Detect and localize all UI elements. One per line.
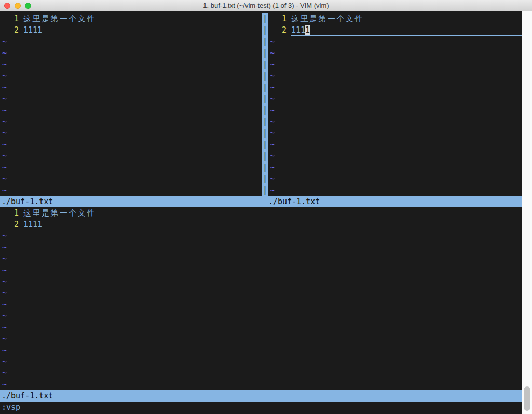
separator-glyph: | <box>262 13 268 24</box>
statusline-top[interactable]: ./buf-1.txt ./buf-1.txt <box>0 196 522 207</box>
tilde-line: ~ <box>0 230 522 242</box>
tilde-glyph: ~ <box>2 47 7 59</box>
close-button[interactable] <box>4 3 10 9</box>
tilde-line: ~ <box>268 116 522 127</box>
tilde-glyph: ~ <box>2 287 7 299</box>
tilde-glyph: ~ <box>2 82 7 93</box>
tilde-line: ~ <box>0 139 262 150</box>
cursor-block: 1 <box>305 25 310 35</box>
buffer-line: 2 1111 <box>0 219 522 230</box>
tilde-glyph: ~ <box>270 139 275 150</box>
scrollbar-track[interactable] <box>522 11 532 414</box>
tilde-line: ~ <box>0 36 262 47</box>
tilde-line: ~ <box>0 276 522 287</box>
separator-glyph: | <box>262 184 268 196</box>
line-number: 2 <box>272 24 287 36</box>
tilde-glyph: ~ <box>2 150 7 162</box>
tilde-glyph: ~ <box>270 36 275 47</box>
separator-glyph: | <box>262 150 268 162</box>
tilde-glyph: ~ <box>270 70 275 82</box>
statusline-filename: ./buf-1.txt <box>2 390 53 402</box>
buffer-line: 1 这里是第一个文件 <box>268 13 522 24</box>
tilde-glyph: ~ <box>270 184 275 196</box>
separator-glyph: | <box>262 70 268 82</box>
tilde-glyph: ~ <box>270 93 275 104</box>
scrollbar-thumb[interactable] <box>524 386 530 411</box>
tilde-glyph: ~ <box>2 356 7 367</box>
tilde-line: ~ <box>0 150 262 162</box>
separator-glyph: | <box>262 116 268 127</box>
tilde-line: ~ <box>268 70 522 82</box>
vertical-split-separator[interactable]: | ||||||||||||||| <box>262 13 268 196</box>
line-number: 2 <box>5 219 19 230</box>
tilde-line: ~ <box>0 82 262 93</box>
separator-glyph: | <box>262 139 268 150</box>
tilde-glyph: ~ <box>270 104 275 116</box>
tilde-line: ~ <box>0 116 262 127</box>
separator-glyph: | <box>262 82 268 93</box>
tilde-glyph: ~ <box>2 310 7 322</box>
tilde-line: ~ <box>0 47 262 59</box>
tilde-line: ~ <box>0 299 522 310</box>
tilde-line: ~ <box>0 264 522 276</box>
tilde-glyph: ~ <box>2 36 7 47</box>
buffer-line: 1 这里是第一个文件 <box>0 207 522 219</box>
separator-glyph: | <box>262 47 268 59</box>
top-splits: 1 这里是第一个文件 2 1111 ~ ~~~~~~~~~~~~~ | ||||… <box>0 13 522 196</box>
tilde-line: ~ <box>0 322 522 333</box>
statusline-bottom[interactable]: ./buf-1.txt <box>0 390 522 402</box>
command-line[interactable]: :vsp <box>0 402 522 413</box>
tilde-glyph: ~ <box>270 82 275 93</box>
tilde-glyph: ~ <box>270 47 275 59</box>
minimize-button[interactable] <box>15 3 21 9</box>
line-text: 1111 <box>23 219 42 230</box>
line-number: 1 <box>272 13 287 24</box>
tilde-glyph: ~ <box>2 230 7 242</box>
pane-bottom[interactable]: 1 这里是第一个文件 2 1111 ~ ~~~~~~~~~~~~~ <box>0 207 522 390</box>
tilde-glyph: ~ <box>2 184 7 196</box>
vim-editor[interactable]: 1 这里是第一个文件 2 1111 ~ ~~~~~~~~~~~~~ | ||||… <box>0 11 522 414</box>
tilde-glyph: ~ <box>2 276 7 287</box>
line-text: 111 <box>291 25 305 35</box>
line-number: 1 <box>5 13 19 24</box>
tilde-glyph: ~ <box>2 104 7 116</box>
line-text: 1111 <box>23 24 42 36</box>
statusline-filename-left: ./buf-1.txt <box>2 196 53 207</box>
tilde-line: ~ <box>268 82 522 93</box>
tilde-line: ~ <box>0 173 262 184</box>
tilde-glyph: ~ <box>2 116 7 127</box>
tilde-line: ~ <box>0 184 262 196</box>
separator-glyph: | <box>262 36 268 47</box>
tilde-glyph: ~ <box>2 139 7 150</box>
tilde-glyph: ~ <box>2 162 7 173</box>
tilde-glyph: ~ <box>270 59 275 70</box>
tilde-glyph: ~ <box>2 367 7 379</box>
separator-glyph: | <box>262 93 268 104</box>
tilde-line: ~ <box>0 367 522 379</box>
tilde-line: ~ <box>0 127 262 139</box>
tilde-line: ~ <box>0 70 262 82</box>
tilde-line: ~ <box>0 287 522 299</box>
tilde-line: ~ <box>0 59 262 70</box>
line-number: 2 <box>5 24 19 36</box>
tilde-line: ~ <box>268 127 522 139</box>
tilde-line: ~ <box>268 104 522 116</box>
tilde-line: ~ <box>268 184 522 196</box>
tilde-glyph: ~ <box>2 173 7 184</box>
tilde-glyph: ~ <box>2 299 7 310</box>
tilde-glyph: ~ <box>2 344 7 356</box>
separator-glyph: | <box>262 59 268 70</box>
pane-top-right[interactable]: 1 这里是第一个文件 2 1111 ~ ~~~~~~~~~~~~~ <box>268 13 522 196</box>
titlebar: 1. buf-1.txt (~/vim-test) (1 of 3) - VIM… <box>0 0 532 11</box>
tilde-line: ~ <box>268 139 522 150</box>
tilde-line: ~ <box>0 242 522 253</box>
tilde-line: ~ <box>268 36 522 47</box>
tilde-glyph: ~ <box>2 242 7 253</box>
zoom-button[interactable] <box>25 3 31 9</box>
tilde-glyph: ~ <box>2 379 7 390</box>
tilde-line: ~ <box>268 59 522 70</box>
pane-top-left[interactable]: 1 这里是第一个文件 2 1111 ~ ~~~~~~~~~~~~~ <box>0 13 262 196</box>
traffic-lights <box>4 0 31 11</box>
tilde-glyph: ~ <box>2 322 7 333</box>
separator-glyph: | <box>262 173 268 184</box>
